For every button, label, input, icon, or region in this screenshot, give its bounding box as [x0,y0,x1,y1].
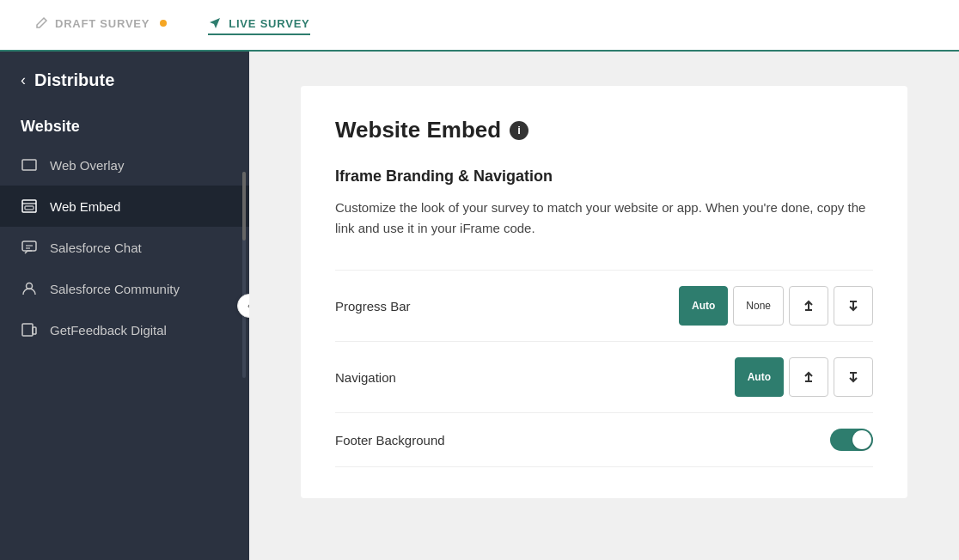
sidebar-label-web-embed: Web Embed [50,199,120,214]
footer-background-toggle[interactable] [830,429,873,451]
sidebar-nav: Web Overlay Web Embed [0,144,249,560]
sidebar-section-label: Website [0,104,249,144]
sidebar-back-button[interactable]: ‹ Distribute [0,52,249,104]
navigation-up-button[interactable] [789,357,828,397]
progress-bar-label: Progress Bar [335,299,411,313]
navigation-label: Navigation [335,370,396,385]
svg-rect-3 [25,206,34,210]
sidebar-item-web-embed[interactable]: Web Embed [0,186,249,227]
page-title-row: Website Embed i [335,117,873,143]
progress-bar-controls: Auto None [679,286,873,326]
sidebar-label-salesforce-community: Salesforce Community [50,282,180,296]
tab-draft-label: DRAFT SURVEY [55,17,150,30]
progress-bar-auto-button[interactable]: Auto [679,286,728,326]
tab-live-label: LIVE SURVEY [229,17,309,30]
sidebar-label-getfeedback-digital: GetFeedback Digital [50,323,167,338]
page-title: Website Embed [335,117,501,143]
arrow-up-icon [801,298,816,313]
embed-icon [21,198,38,215]
sidebar-label-web-overlay: Web Overlay [50,158,124,173]
progress-bar-row: Progress Bar Auto None [335,270,873,341]
content-card: Website Embed i Iframe Branding & Naviga… [301,86,907,498]
sidebar-scrollbar-thumb [242,172,246,240]
main-layout: ‹ Distribute Website Web Overlay [0,52,959,560]
sidebar-item-getfeedback-digital[interactable]: GetFeedback Digital [0,309,249,350]
progress-bar-none-button[interactable]: None [733,286,784,326]
info-icon-label: i [517,124,521,137]
nav-arrow-down-icon [846,369,861,385]
draft-dot [160,20,167,27]
chat-icon [21,239,38,256]
nav-arrow-up-icon [801,369,816,385]
navigation-row: Navigation Auto [335,341,873,412]
navigation-down-button[interactable] [834,357,873,397]
digital-icon [21,321,38,338]
svg-rect-0 [22,160,36,170]
sidebar-label-salesforce-chat: Salesforce Chat [50,240,142,255]
back-chevron-icon: ‹ [21,71,26,89]
footer-background-row: Footer Background [335,412,873,467]
footer-background-controls [830,429,873,451]
sidebar: ‹ Distribute Website Web Overlay [0,52,249,560]
sidebar-back-label: Distribute [34,70,114,90]
pencil-icon [34,16,48,30]
svg-rect-9 [33,327,36,334]
tab-draft[interactable]: DRAFT SURVEY [34,16,167,33]
top-tab-bar: DRAFT SURVEY LIVE SURVEY [0,0,959,52]
section-description: Customize the look of your survey to mat… [335,198,868,239]
sidebar-item-salesforce-chat[interactable]: Salesforce Chat [0,227,249,268]
arrow-down-icon [846,298,861,313]
overlay-icon [21,156,38,173]
info-icon[interactable]: i [510,121,528,140]
section-title: Iframe Branding & Navigation [335,167,873,186]
progress-bar-down-button[interactable] [834,286,873,326]
tab-live[interactable]: LIVE SURVEY [208,16,309,35]
sidebar-scrollbar[interactable] [242,172,246,378]
content-area: Website Embed i Iframe Branding & Naviga… [249,52,959,560]
navigation-auto-button[interactable]: Auto [735,357,784,397]
footer-background-label: Footer Background [335,433,445,447]
navigation-controls: Auto [735,357,873,397]
toggle-knob [852,430,871,449]
community-icon [21,280,38,297]
sidebar-item-salesforce-community[interactable]: Salesforce Community [0,268,249,309]
svg-rect-8 [22,324,33,336]
send-icon [208,16,222,30]
sidebar-item-web-overlay[interactable]: Web Overlay [0,144,249,186]
progress-bar-up-button[interactable] [789,286,828,326]
